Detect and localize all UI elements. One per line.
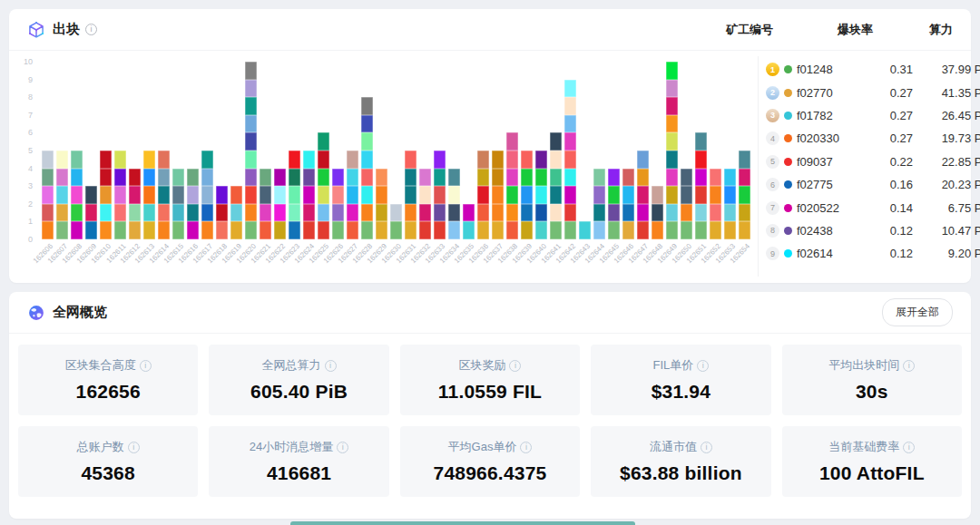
bar-column-162612[interactable]: 162612 [129,169,141,239]
bar-column-162634[interactable]: 162634 [448,169,460,239]
miner-id[interactable]: f09037 [797,155,833,169]
bar-column-162652[interactable]: 162652 [710,169,721,239]
bar-column-162645[interactable]: 162645 [608,169,620,239]
rank-badge: 6 [766,178,779,191]
miner-id[interactable]: f02438 [797,224,833,238]
bar-column-162654[interactable]: 162654 [739,151,750,239]
miner-row-f01782[interactable]: 3f017820.2726.45 PiB [766,104,953,127]
bar-column-162611[interactable]: 162611 [114,151,126,239]
y-tick-label: 6 [28,128,33,137]
bar-column-162630[interactable]: 162630 [390,204,402,239]
bar-segment [564,204,576,222]
bar-column-162651[interactable]: 162651 [695,132,707,239]
bar-column-162631[interactable]: 162631 [405,151,416,239]
bar-column-162627[interactable]: 162627 [347,151,358,239]
bar-column-162607[interactable]: 162607 [56,151,68,239]
bar-column-162618[interactable]: 162618 [216,186,228,239]
info-icon[interactable]: i [903,360,915,372]
miner-id[interactable]: f020330 [797,131,839,145]
bar-column-162608[interactable]: 162608 [71,151,83,239]
bar-column-162614[interactable]: 162614 [158,151,170,239]
bar-column-162613[interactable]: 162613 [143,151,155,239]
bar-column-162646[interactable]: 162646 [622,169,634,239]
bar-segment [724,204,736,222]
bar-column-162616[interactable]: 162616 [187,169,199,239]
miner-color-dot [784,249,792,258]
miner-row-f02775[interactable]: 6f027750.1620.23 PiB [766,173,953,196]
bar-column-162653[interactable]: 162653 [724,169,736,239]
bar-column-162644[interactable]: 162644 [593,169,605,239]
bar-column-162629[interactable]: 162629 [376,169,387,239]
expand-all-button[interactable]: 展开全部 [882,298,953,326]
bar-column-162649[interactable]: 162649 [666,62,678,239]
bar-column-162648[interactable]: 162648 [652,186,663,239]
stat-card: 流通市值i$63.88 billion [591,426,770,497]
bar-segment [608,186,620,204]
info-icon[interactable]: i [337,442,348,453]
miner-row-f02614[interactable]: 9f026140.129.20 PiB [766,242,953,265]
bar-column-162609[interactable]: 162609 [85,186,97,239]
bar-segment [303,186,315,204]
miner-id[interactable]: f02614 [797,247,833,260]
miner-row-f02770[interactable]: 2f027700.2741.35 PiB [766,81,953,103]
bar-column-162633[interactable]: 162633 [434,151,446,239]
bar-column-162647[interactable]: 162647 [637,151,649,239]
bar-column-162626[interactable]: 162626 [332,169,344,239]
info-icon[interactable]: i [701,442,712,453]
info-icon[interactable]: i [140,360,152,372]
bar-column-162621[interactable]: 162621 [260,169,271,239]
bar-column-162635[interactable]: 162635 [463,204,475,239]
bar-column-162641[interactable]: 162641 [550,132,562,239]
bar-column-162606[interactable]: 162606 [42,151,54,239]
miner-block-rate: 0.16 [867,178,913,191]
miner-power: 37.99 PiB [913,63,980,76]
cube-icon [27,21,45,39]
bar-column-162610[interactable]: 162610 [100,151,112,239]
y-tick-label: 5 [28,146,33,155]
info-icon[interactable]: i [509,360,521,372]
info-icon[interactable]: i [85,24,97,35]
miner-row-f01248[interactable]: 1f012480.3137.99 PiB [766,58,953,81]
stat-card-value: $63.88 billion [620,462,742,484]
miner-row-f09037[interactable]: 5f090370.2222.85 PiB [766,151,953,173]
miner-id[interactable]: f02770 [797,86,833,100]
bar-segment [100,186,112,204]
bar-column-162619[interactable]: 162619 [230,186,242,239]
miner-id[interactable]: f01782 [797,109,833,122]
bar-column-162642[interactable]: 162642 [564,80,576,239]
bar-segment [608,221,620,239]
info-icon[interactable]: i [903,442,915,453]
bar-segment [361,97,373,115]
bar-column-162632[interactable]: 162632 [419,169,431,239]
bar-segment [303,169,315,187]
info-icon[interactable]: i [325,360,337,372]
miner-id[interactable]: f01248 [797,63,833,76]
info-icon[interactable]: i [128,442,140,453]
bar-column-162625[interactable]: 162625 [318,132,329,239]
stat-cards-grid: 区块集合高度i162656全网总算力i605.40 PiB区块奖励i11.055… [9,334,971,508]
bar-segment [376,204,387,222]
info-icon[interactable]: i [520,442,532,453]
bar-column-162615[interactable]: 162615 [172,169,184,239]
bar-column-162620[interactable]: 162620 [245,62,257,239]
miner-row-f020330[interactable]: 4f0203300.2719.73 PiB [766,127,953,150]
bar-column-162639[interactable]: 162639 [521,151,533,239]
bar-column-162650[interactable]: 162650 [681,169,692,239]
bar-column-162624[interactable]: 162624 [303,151,315,239]
bar-segment [85,204,97,222]
bar-column-162638[interactable]: 162638 [506,132,518,239]
miner-row-f020522[interactable]: 7f0205220.146.75 PiB [766,196,953,219]
bar-column-162617[interactable]: 162617 [201,151,213,239]
bar-column-162640[interactable]: 162640 [535,151,547,239]
bar-column-162636[interactable]: 162636 [477,151,489,239]
bar-column-162628[interactable]: 162628 [361,97,373,239]
bar-column-162643[interactable]: 162643 [579,221,591,239]
miner-row-f02438[interactable]: 8f024380.1210.47 PiB [766,219,953,242]
bar-column-162622[interactable]: 162622 [274,169,286,239]
bar-column-162637[interactable]: 162637 [492,151,504,239]
bar-column-162623[interactable]: 162623 [289,151,300,239]
bar-segment [216,186,228,204]
miner-id[interactable]: f02775 [797,178,833,191]
miner-id[interactable]: f020522 [797,201,839,215]
info-icon[interactable]: i [697,360,709,372]
